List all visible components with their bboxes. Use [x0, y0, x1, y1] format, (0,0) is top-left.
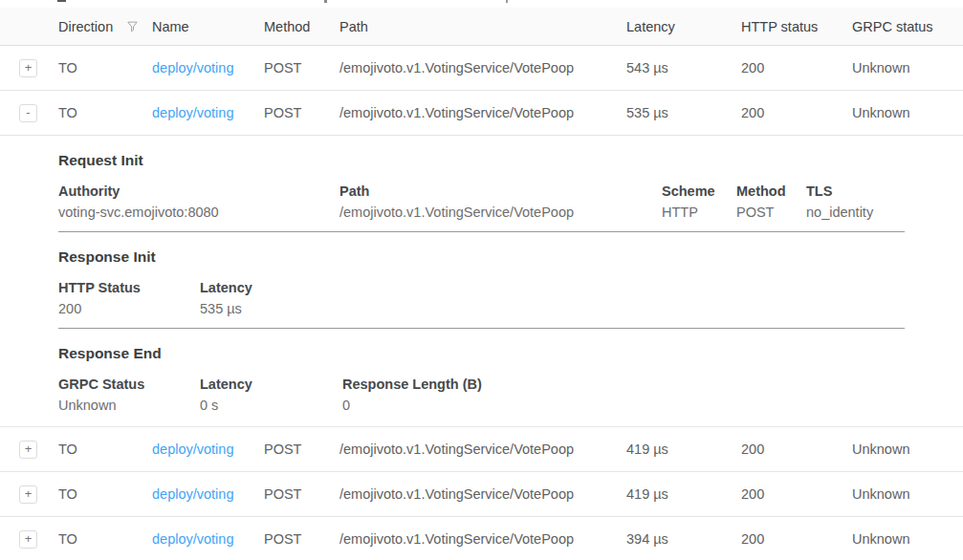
- table-header-row: Direction Name Method Path Latency HTTP …: [0, 8, 963, 46]
- name-cell: deploy/voting: [152, 531, 264, 547]
- detail-field: TLS no_identity: [806, 182, 883, 222]
- expander-sign: +: [25, 60, 33, 75]
- name-cell: deploy/voting: [152, 105, 264, 120]
- name-link[interactable]: deploy/voting: [152, 105, 233, 120]
- table-row: + TO deploy/voting POST /emojivoto.v1.Vo…: [0, 427, 963, 472]
- name-link[interactable]: deploy/voting: [152, 531, 233, 547]
- clipped-previous-row: [0, 0, 963, 8]
- direction-header-label: Direction: [58, 19, 113, 34]
- detail-field: HTTP Status 200: [58, 278, 200, 318]
- section-title: Request Init: [58, 151, 905, 170]
- header-cell-path: Path: [339, 19, 626, 34]
- table-row: + TO deploy/voting POST /emojivoto.v1.Vo…: [0, 46, 963, 91]
- latency-cell: 419 µs: [626, 486, 741, 502]
- field-label: Latency: [200, 278, 252, 297]
- expand-cell: +: [0, 530, 58, 549]
- detail-field: Latency 0 s: [200, 375, 342, 415]
- section-title: Response End: [58, 344, 905, 363]
- expand-cell: -: [0, 104, 58, 122]
- section-divider: [58, 328, 905, 329]
- http-status-cell: 200: [741, 60, 852, 75]
- method-cell: POST: [264, 60, 339, 75]
- field-value: 0 s: [200, 396, 333, 415]
- method-cell: POST: [264, 442, 339, 457]
- detail-field: Latency 535 µs: [200, 278, 262, 318]
- field-value: HTTP: [662, 203, 727, 222]
- field-label: Scheme: [662, 182, 727, 201]
- response-init-section: Response Init HTTP Status 200 Latency 53…: [58, 248, 905, 329]
- latency-cell: 535 µs: [626, 105, 741, 120]
- field-label: Latency: [200, 375, 333, 394]
- field-value: 535 µs: [200, 299, 252, 318]
- expand-cell: +: [0, 441, 58, 459]
- direction-cell: TO: [58, 531, 152, 547]
- detail-field: Path /emojivoto.v1.VotingService/VotePoo…: [339, 182, 662, 222]
- grpc-status-cell: Unknown: [852, 486, 963, 502]
- expanded-row-detail: Request Init Authority voting-svc.emojiv…: [0, 151, 963, 427]
- path-cell: /emojivoto.v1.VotingService/VotePoop: [339, 531, 626, 547]
- name-link[interactable]: deploy/voting: [152, 486, 233, 502]
- header-cell-latency: Latency: [626, 19, 741, 34]
- expander-sign: -: [26, 105, 30, 120]
- clipped-text-fragment: [324, 0, 327, 3]
- tap-results-table: Direction Name Method Path Latency HTTP …: [0, 0, 963, 560]
- clipped-text-fragment: [57, 0, 66, 2]
- section-fields: GRPC Status Unknown Latency 0 s Response…: [58, 375, 905, 415]
- field-label: Response Length (B): [342, 375, 482, 394]
- table-row: + TO deploy/voting POST /emojivoto.v1.Vo…: [0, 472, 963, 517]
- latency-cell: 394 µs: [626, 531, 741, 547]
- name-link[interactable]: deploy/voting: [152, 442, 233, 457]
- section-fields: Authority voting-svc.emojivoto:8080 Path…: [58, 182, 905, 222]
- grpc-status-cell: Unknown: [852, 105, 963, 120]
- expand-row-button[interactable]: +: [19, 485, 37, 504]
- clipped-text-fragment: [506, 0, 508, 3]
- section-title: Response Init: [58, 248, 905, 267]
- detail-field: Authority voting-svc.emojivoto:8080: [58, 182, 339, 222]
- table-row: + TO deploy/voting POST /emojivoto.v1.Vo…: [0, 517, 963, 560]
- path-cell: /emojivoto.v1.VotingService/VotePoop: [339, 442, 626, 457]
- method-cell: POST: [264, 486, 339, 502]
- section-fields: HTTP Status 200 Latency 535 µs: [58, 278, 905, 318]
- expand-row-button[interactable]: +: [19, 530, 37, 549]
- latency-cell: 543 µs: [626, 60, 741, 75]
- grpc-status-cell: Unknown: [852, 442, 963, 457]
- expander-sign: +: [25, 531, 33, 547]
- expand-row-button[interactable]: +: [19, 59, 37, 77]
- field-value: no_identity: [806, 203, 873, 222]
- detail-field: Response Length (B) 0: [342, 375, 492, 415]
- field-value: 200: [58, 299, 190, 318]
- detail-field: Method POST: [736, 182, 806, 222]
- name-link[interactable]: deploy/voting: [152, 60, 233, 75]
- field-label: TLS: [806, 182, 873, 201]
- method-cell: POST: [264, 531, 339, 547]
- direction-cell: TO: [58, 486, 152, 502]
- field-label: GRPC Status: [58, 375, 190, 394]
- header-cell-name: Name: [152, 19, 264, 34]
- name-cell: deploy/voting: [152, 486, 264, 502]
- name-cell: deploy/voting: [152, 442, 264, 457]
- filter-funnel-icon[interactable]: [125, 19, 140, 33]
- path-cell: /emojivoto.v1.VotingService/VotePoop: [339, 486, 626, 502]
- section-divider: [58, 231, 905, 232]
- path-cell: /emojivoto.v1.VotingService/VotePoop: [339, 105, 626, 120]
- direction-cell: TO: [58, 105, 152, 120]
- field-label: HTTP Status: [58, 278, 190, 297]
- table-row: - TO deploy/voting POST /emojivoto.v1.Vo…: [0, 91, 963, 136]
- http-status-cell: 200: [741, 486, 852, 502]
- name-cell: deploy/voting: [152, 60, 264, 75]
- header-cell-http-status: HTTP status: [741, 19, 852, 34]
- http-status-cell: 200: [741, 105, 852, 120]
- grpc-status-cell: Unknown: [852, 60, 963, 75]
- response-end-section: Response End GRPC Status Unknown Latency…: [58, 344, 905, 415]
- expand-row-button[interactable]: +: [19, 441, 37, 459]
- field-value: /emojivoto.v1.VotingService/VotePoop: [339, 203, 652, 222]
- method-cell: POST: [264, 105, 339, 120]
- field-label: Authority: [58, 182, 330, 201]
- field-value: 0: [342, 396, 482, 415]
- request-init-section: Request Init Authority voting-svc.emojiv…: [58, 151, 905, 232]
- latency-cell: 419 µs: [626, 442, 741, 457]
- expand-row-button[interactable]: -: [19, 104, 37, 122]
- header-cell-method: Method: [264, 19, 339, 34]
- expander-sign: +: [25, 486, 33, 502]
- path-cell: /emojivoto.v1.VotingService/VotePoop: [339, 60, 626, 75]
